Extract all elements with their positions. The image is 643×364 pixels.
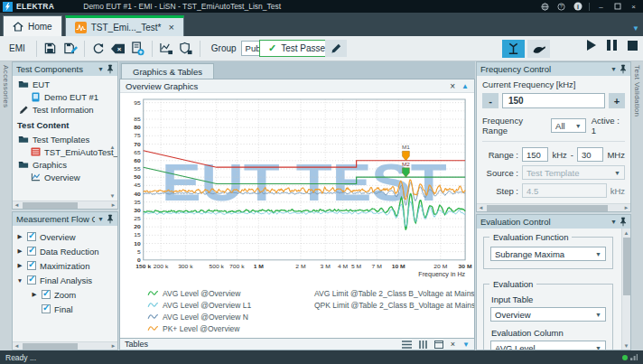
clear-button[interactable]: × xyxy=(108,39,128,58)
add-report-button[interactable] xyxy=(128,39,148,58)
flow-item[interactable]: ▶✓Data Reduction xyxy=(13,244,117,258)
expander-icon[interactable]: ▼ xyxy=(16,277,23,284)
info-icon[interactable]: i xyxy=(573,2,582,12)
tree-item-label: Graphics xyxy=(33,160,67,170)
save-button[interactable] xyxy=(41,39,61,58)
measurement-mode-button[interactable] xyxy=(502,40,525,58)
measurement-flow-hscrollbar[interactable]: ◄► xyxy=(13,341,117,350)
range-from-input[interactable]: 150 xyxy=(522,147,548,162)
flow-item[interactable]: ▼✓Final Analysis xyxy=(13,273,117,287)
restore-button[interactable] xyxy=(612,2,622,12)
frequency-range-value: All xyxy=(555,121,572,131)
pause-button[interactable] xyxy=(607,40,617,51)
tab-overflow-icon[interactable]: ▼ xyxy=(632,24,639,33)
svg-text:1 M: 1 M xyxy=(254,263,264,269)
frequency-increment-button[interactable]: + xyxy=(609,93,625,108)
accessories-side-tab[interactable]: Accessories xyxy=(0,61,12,350)
frequency-range-select[interactable]: All ▼ xyxy=(551,118,586,133)
status-text: Ready ... xyxy=(5,353,36,362)
pin-icon[interactable] xyxy=(107,64,114,74)
flow-checkbox[interactable]: ✓ xyxy=(27,275,36,285)
chart-settings-button[interactable] xyxy=(156,39,176,58)
test-validation-side-tab[interactable]: Test Validation xyxy=(631,61,643,350)
evaluation-control-panel: Evaluation Control ▼ Evaluation Function… xyxy=(476,214,631,350)
panel-collapse-icon[interactable]: ▲ xyxy=(461,82,469,90)
current-frequency-input[interactable]: 150 xyxy=(502,93,605,108)
tree-item[interactable]: EUT xyxy=(13,78,117,90)
evaluation-function-select[interactable]: Subrange Maxima ▼ xyxy=(490,247,606,261)
help-icon[interactable]: ? xyxy=(556,2,566,12)
test-components-hscrollbar[interactable]: ◄► xyxy=(13,201,117,209)
flow-item[interactable]: ▶✓Maximization xyxy=(13,258,117,273)
legend-item: AVG Limit @Table 2_Class B_Voltage at Ma… xyxy=(311,287,474,299)
step-unit: kHz xyxy=(610,186,625,196)
frequency-control-header: Frequency Control ▼ xyxy=(477,62,630,76)
evaluation-control-vscrollbar[interactable]: ▲▼ xyxy=(621,229,630,350)
flow-item[interactable]: ✓Final xyxy=(13,302,117,316)
frequency-decrement-button[interactable]: - xyxy=(482,93,499,108)
tables-close-icon[interactable]: × xyxy=(451,340,455,349)
tree-item[interactable]: Overview xyxy=(13,171,117,183)
rows-layout-icon[interactable] xyxy=(402,341,412,349)
tab-home[interactable]: Home xyxy=(3,15,62,36)
flow-checkbox[interactable]: ✓ xyxy=(42,304,51,313)
folder-icon xyxy=(18,134,29,145)
panel-dropdown-icon[interactable]: ▼ xyxy=(610,66,617,72)
tree-item[interactable]: Test Information xyxy=(13,103,117,116)
chevron-down-icon: ▼ xyxy=(595,345,601,350)
panel-close-icon[interactable]: × xyxy=(450,81,455,91)
source-select[interactable]: Test Template ▼ xyxy=(522,165,625,180)
pin-icon[interactable] xyxy=(620,217,627,227)
tree-item[interactable]: Demo EUT #1 xyxy=(13,90,117,103)
probe-mode-button[interactable] xyxy=(527,40,550,58)
panel-dropdown-icon[interactable]: ▼ xyxy=(610,219,617,225)
tree-item[interactable]: TST_EmiAutoTest_Lisn xyxy=(13,145,117,158)
panel-dropdown-icon[interactable]: ▼ xyxy=(98,216,104,222)
tab-test[interactable]: TST_Emi..._Test* × xyxy=(65,15,184,36)
play-button[interactable] xyxy=(587,40,596,51)
svg-text:5: 5 xyxy=(137,248,141,255)
expander-icon[interactable]: ▶ xyxy=(16,247,23,255)
tab-graphics-and-tables[interactable]: Graphics & Tables xyxy=(121,63,214,79)
close-button[interactable]: × xyxy=(629,2,638,12)
svg-text:i: i xyxy=(577,4,579,10)
antenna-icon xyxy=(507,42,520,55)
expander-icon[interactable]: ▶ xyxy=(31,291,38,298)
stop-button[interactable] xyxy=(628,41,638,51)
active-count-label: Active : 1 xyxy=(592,116,625,135)
flow-checkbox[interactable]: ✓ xyxy=(27,232,36,241)
shield-settings-button[interactable] xyxy=(176,39,196,58)
flow-item[interactable]: ▶✓Zoom xyxy=(13,287,117,302)
pin-icon[interactable] xyxy=(620,64,627,74)
flow-checkbox[interactable]: ✓ xyxy=(27,247,36,256)
test-components-vscroll[interactable]: ▲▼ xyxy=(108,145,116,199)
flow-checkbox[interactable]: ✓ xyxy=(27,261,36,270)
float-window-icon[interactable] xyxy=(434,341,443,349)
chart-area[interactable]: EUT TEST05101520253035404550556065707580… xyxy=(120,93,474,284)
range-to-input[interactable]: 30 xyxy=(577,147,603,162)
step-label: Step : xyxy=(482,186,518,196)
test-content-section-title: Test Content xyxy=(13,116,117,133)
columns-layout-icon[interactable] xyxy=(419,341,427,349)
tab-close-icon[interactable]: × xyxy=(169,22,174,33)
globe-icon[interactable] xyxy=(540,2,550,12)
pin-icon[interactable] xyxy=(107,214,114,224)
tree-item[interactable]: Graphics xyxy=(13,158,117,171)
flow-checkbox[interactable]: ✓ xyxy=(42,290,51,299)
save-as-button[interactable] xyxy=(61,39,80,58)
evaluation-column-select[interactable]: AVG Level ▼ xyxy=(490,341,606,350)
flow-item[interactable]: ▶✓Overview xyxy=(13,229,117,244)
tree-item[interactable]: Test Templates xyxy=(13,133,117,145)
edit-note-button[interactable] xyxy=(325,40,347,57)
minimize-button[interactable]: – xyxy=(596,2,606,12)
step-input[interactable]: 4.5 xyxy=(522,183,607,198)
refresh-button[interactable] xyxy=(89,39,108,58)
tree-item-label: Test Templates xyxy=(33,135,89,145)
input-table-select[interactable]: Overview ▼ xyxy=(490,307,606,322)
tables-collapse-icon[interactable]: ▼ xyxy=(462,341,470,349)
expander-icon[interactable]: ▶ xyxy=(16,233,23,240)
probe-icon xyxy=(532,43,546,55)
panel-dropdown-icon[interactable]: ▼ xyxy=(98,66,104,72)
frequency-control-hscrollbar[interactable]: ◄► xyxy=(477,203,630,211)
expander-icon[interactable]: ▶ xyxy=(16,262,23,269)
